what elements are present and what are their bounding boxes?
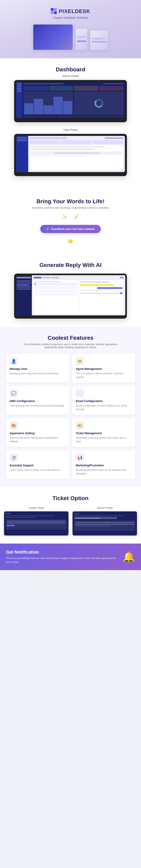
ct-topbar: [6, 513, 67, 514]
st-dot-2: [76, 513, 77, 514]
donut-svg: [94, 98, 104, 108]
tp-header: [35, 281, 60, 282]
feature-desc-5: Implement a ticketing system that allows…: [76, 436, 131, 443]
search-ticket-wrap: Search Ticket: [73, 506, 137, 535]
user-cards: [30, 140, 123, 144]
hero-tablet-inner: [90, 31, 108, 50]
reply-title: Generate Reply With AI: [4, 262, 137, 268]
user-laptop-frame: [14, 134, 127, 176]
user-card-3: [93, 140, 123, 144]
transform-icon: ⚡: [46, 227, 49, 230]
feature-title-7: Marketing/Promotion: [76, 464, 131, 467]
highlight-msg: [80, 284, 114, 286]
words-subtitle: Transform your text into stunning, AI-ge…: [20, 206, 121, 209]
bar-3: [44, 105, 53, 114]
feature-desc-1: This can apply to various contexts, cust…: [76, 372, 131, 379]
notification-bell-icon: 🔔: [122, 551, 135, 563]
admin-sidebar: [16, 82, 22, 118]
tp-ticket-2: [35, 286, 77, 289]
notification-title: Get Notification: [6, 550, 118, 555]
admin-charts: [23, 91, 124, 115]
tp-ticket-3: [35, 289, 77, 292]
st-dot-1: [74, 513, 75, 514]
rs-sb-1: [17, 280, 31, 282]
reply-panels: [33, 280, 124, 314]
reply-tab-1: [33, 277, 41, 278]
feature-card-1: 🤝 Agent Management This can apply to var…: [72, 353, 135, 382]
feature-desc-6: Lorem ipsum dolor sit amet, ea mundi mal…: [10, 468, 65, 472]
bar-2: [34, 99, 43, 114]
feature-title-0: Manage User: [10, 367, 65, 370]
msg-3: [80, 290, 101, 291]
ai-reply-area: [80, 292, 122, 294]
feature-desc-4: It seems like you're asking about appear…: [10, 436, 65, 443]
sidebar-item-5: [17, 90, 21, 90]
admin-panel-label: Admin Panel: [4, 74, 137, 78]
user-topbar-bar: [30, 137, 67, 139]
st-row-1: [74, 516, 123, 516]
svg-rect-1: [54, 8, 57, 11]
transform-label: Transform your text into content.: [51, 227, 95, 230]
topbar-bar-1: [23, 83, 63, 84]
feature-title-2: SMS Configuration: [10, 399, 65, 403]
notification-section: Get Notification This is to acknowledge …: [0, 544, 141, 570]
logo-icon: [51, 8, 57, 14]
bar-4: [53, 97, 63, 114]
feature-card-7: 📢 Marketing/Promotion Marketing promotio…: [72, 450, 135, 479]
features-grid: 👤 Manage User Managing users typically i…: [6, 353, 135, 479]
st-topbar: [74, 513, 135, 514]
ticket-section: Ticket Option Create Ticket: [0, 487, 141, 544]
ct-row-2: [6, 517, 36, 518]
dashboard-section: Dashboard Admin Panel: [0, 58, 141, 190]
ticket-title: Ticket Option: [4, 495, 137, 501]
tp-ticket-4: [35, 293, 77, 296]
st-content: [74, 516, 135, 531]
user-panel-label: User Panel: [4, 128, 137, 131]
hero-phone-screen: [76, 28, 88, 50]
feature-icon-1: 🤝: [76, 357, 84, 365]
st-search-indicator: [75, 518, 100, 519]
reply-screen: [16, 275, 125, 315]
search-ticket-label: Search Ticket: [73, 506, 137, 509]
chat-panel: [79, 280, 124, 314]
feature-title-4: Apperance Setting: [10, 432, 65, 435]
user-table-row-4: [31, 155, 86, 156]
user-card-2: [61, 140, 92, 144]
hero-section: PIXELDESK Support Helpdesk Ticketing: [0, 0, 141, 58]
sparkle-icon-1: ✨: [61, 214, 67, 220]
notification-text-area: Get Notification This is to acknowledge …: [6, 550, 118, 564]
st-result-1: [75, 522, 134, 523]
feature-card-4: 🎨 Apperance Setting It seems like you're…: [6, 418, 69, 447]
ct-dot-1: [6, 513, 7, 514]
user-topbar-btn: [105, 137, 123, 139]
features-title: Coolest Features: [6, 335, 135, 341]
ct-input-2: [7, 522, 66, 524]
feature-icon-2: 💬: [10, 390, 18, 397]
topbar-bar-2: [104, 83, 124, 84]
bar-chart: [23, 91, 73, 115]
create-ticket-label: Create Ticket: [4, 506, 68, 509]
table-rows: [23, 116, 124, 117]
words-section: Bring Your Words to Life! Transform your…: [0, 190, 141, 254]
user-table-row-3: [31, 149, 95, 150]
user-topbar: [30, 137, 123, 139]
reply-tab-2: [42, 277, 50, 278]
feature-desc-0: Managing users typically involves overse…: [10, 372, 65, 375]
hero-subtitle: Support Helpdesk Ticketing: [4, 16, 137, 19]
stat-card-1: [23, 86, 48, 91]
reply-section: Generate Reply With AI: [0, 254, 141, 327]
ct-dot-2: [7, 513, 9, 514]
stat-card-2: [49, 86, 73, 91]
transform-button[interactable]: ⚡ Transform your text into content.: [40, 225, 101, 233]
msg-1: [80, 281, 110, 283]
sparkle-icon-2: 🪄: [74, 214, 80, 220]
admin-topbar: [23, 83, 124, 84]
ct-row-1: [6, 516, 55, 516]
user-table-row-1: [31, 146, 104, 147]
dashboard-title: Dashboard: [4, 66, 137, 73]
user-card-1: [30, 140, 60, 144]
reply-tab-3: [51, 277, 59, 278]
tp-ticket-1: [35, 283, 77, 285]
donut-chart: [74, 91, 124, 115]
feature-icon-0: 👤: [10, 357, 18, 365]
